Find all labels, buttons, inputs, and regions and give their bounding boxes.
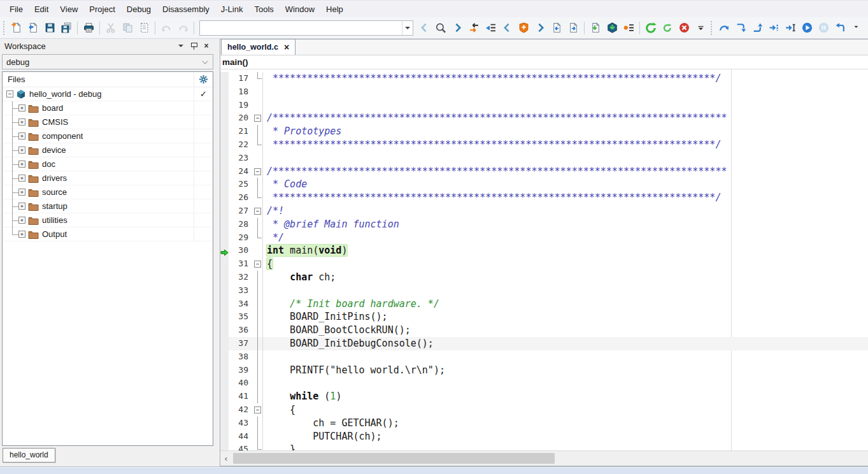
breakpoint-margin[interactable] (220, 218, 229, 231)
step-into-button[interactable] (732, 20, 749, 36)
tree-item-device[interactable]: +device (3, 143, 213, 157)
breakpoint-margin[interactable] (220, 377, 229, 390)
find-next-button[interactable] (449, 20, 466, 36)
breakpoint-margin[interactable] (220, 231, 229, 245)
expand-box-icon[interactable]: + (18, 118, 25, 126)
horizontal-scrollbar[interactable]: ‹ (220, 450, 868, 466)
code-editor[interactable]: 17 *************************************… (220, 69, 868, 450)
tab-close-icon[interactable]: × (284, 43, 289, 51)
fold-collapse-icon[interactable]: − (254, 261, 261, 268)
save-button[interactable] (41, 20, 58, 36)
fold-collapse-icon[interactable]: − (254, 208, 261, 215)
toggle-bookmark-button[interactable] (515, 20, 532, 36)
find-input[interactable] (200, 21, 402, 35)
menu-tools[interactable]: Tools (248, 3, 279, 16)
next-bookmark-button[interactable] (532, 20, 548, 36)
expand-box-icon[interactable]: + (18, 175, 25, 182)
breakpoint-margin[interactable] (220, 99, 229, 112)
previous-bookmark-button[interactable] (499, 20, 515, 36)
find-previous-button[interactable] (416, 20, 432, 36)
expand-box-icon[interactable]: + (18, 133, 25, 140)
panel-close-button[interactable]: × (201, 41, 211, 51)
navigate-forward-button[interactable] (565, 20, 581, 36)
tree-item-doc[interactable]: +doc (3, 157, 213, 171)
menu-j-link[interactable]: J-Link (215, 3, 249, 16)
fold-collapse-icon[interactable]: − (254, 406, 261, 413)
expand-box-icon[interactable]: + (18, 104, 25, 111)
step-out-button[interactable] (749, 20, 765, 36)
menu-window[interactable]: Window (280, 3, 320, 16)
break-button[interactable] (659, 20, 676, 36)
breakpoint-margin[interactable] (220, 191, 229, 205)
copy-button[interactable] (119, 20, 136, 36)
breakpoint-margin[interactable] (220, 178, 229, 191)
go-button[interactable] (799, 20, 815, 36)
cut-button[interactable] (103, 20, 119, 36)
expand-box-icon[interactable]: + (18, 189, 25, 196)
toolbar-grip[interactable] (3, 21, 6, 35)
menu-file[interactable]: File (4, 3, 29, 16)
go-to-button[interactable] (482, 20, 499, 36)
breakpoint-margin[interactable] (220, 284, 229, 298)
find-dropdown-button[interactable] (402, 21, 413, 35)
breakpoint-margin[interactable] (220, 417, 229, 430)
breakpoint-margin[interactable] (220, 310, 229, 324)
expand-box-icon[interactable]: + (18, 203, 25, 210)
menu-project[interactable]: Project (83, 3, 120, 16)
breakpoint-margin[interactable] (220, 205, 229, 218)
breakpoint-margin[interactable] (220, 350, 229, 364)
expand-box-icon[interactable]: + (18, 231, 25, 238)
reset-button[interactable] (643, 20, 659, 36)
panel-pin-button[interactable] (189, 41, 199, 51)
run-to-cursor-button[interactable] (782, 20, 799, 36)
breakpoint-margin[interactable] (220, 271, 229, 284)
stop-debug-button[interactable] (676, 20, 692, 36)
tree-item-component[interactable]: +component (3, 129, 213, 143)
expand-box-icon[interactable]: + (18, 147, 25, 154)
tree-item-source[interactable]: +source (3, 185, 213, 199)
breakpoint-margin[interactable] (220, 430, 229, 443)
open-document-button[interactable] (25, 20, 41, 36)
make-button[interactable] (587, 20, 604, 36)
context-function-bar[interactable]: main() (220, 55, 868, 69)
tree-item-startup[interactable]: +startup (3, 199, 213, 213)
breakpoint-margin[interactable] (220, 443, 229, 450)
tree-item-utilities[interactable]: +utilities (3, 213, 213, 227)
breakpoint-margin[interactable] (220, 337, 229, 350)
breakpoint-margin[interactable] (220, 244, 229, 257)
find-button[interactable] (432, 20, 449, 36)
breakpoint-margin[interactable] (220, 390, 229, 403)
menu-help[interactable]: Help (320, 3, 349, 16)
navigate-backward-button[interactable] (548, 20, 565, 36)
breakpoint-margin[interactable] (220, 298, 229, 311)
breakpoint-margin[interactable] (220, 324, 229, 337)
breakpoint-margin[interactable] (220, 72, 229, 85)
breakpoint-margin[interactable] (220, 165, 229, 178)
breakpoint-margin[interactable] (220, 85, 229, 99)
download-debug-button[interactable] (604, 20, 620, 36)
breakpoint-margin[interactable] (220, 364, 229, 377)
collapse-box-icon[interactable]: − (6, 90, 13, 97)
menu-view[interactable]: View (54, 3, 83, 16)
expand-box-icon[interactable]: + (18, 217, 25, 224)
step-over-button[interactable] (716, 20, 732, 36)
editor-tab-hello-world-c[interactable]: hello_world.c × (221, 39, 295, 55)
config-selector[interactable]: debug (2, 54, 213, 69)
breakpoint-margin[interactable] (220, 403, 229, 417)
fold-collapse-icon[interactable]: − (254, 115, 261, 122)
new-document-button[interactable] (8, 20, 25, 36)
breakpoint-margin[interactable] (220, 111, 229, 125)
toolbar-overflow-button[interactable] (692, 20, 709, 36)
scroll-left-button[interactable]: ‹ (220, 451, 232, 466)
tree-item-drivers[interactable]: +drivers (3, 171, 213, 185)
breakpoint-margin[interactable] (220, 138, 229, 152)
reset-arrow-button[interactable] (832, 20, 848, 36)
undo-button[interactable] (158, 20, 174, 36)
navigate-button[interactable] (466, 20, 482, 36)
paste-button[interactable] (136, 20, 152, 36)
menu-debug[interactable]: Debug (121, 3, 157, 16)
scrollbar-thumb[interactable] (233, 453, 555, 464)
workspace-tab-hello-world[interactable]: hello_world (3, 448, 55, 463)
tree-item-board[interactable]: +board (3, 101, 213, 115)
expand-box-icon[interactable]: + (18, 161, 25, 168)
